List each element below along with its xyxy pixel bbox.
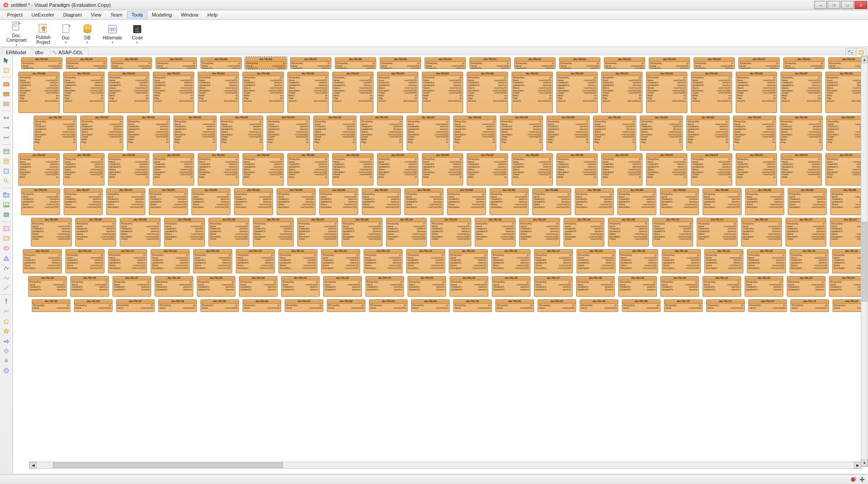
er-entity[interactable]: dbo.TBL136PrimaryKeyintNamenvarchar(50)C… — [70, 276, 109, 297]
er-entity[interactable]: dbo.TBL160PrimaryKeyintNamenvarchar(50) — [243, 299, 281, 312]
er-entity[interactable]: dbo.TBL111PrimaryKeyintNamenvarchar(50)C… — [697, 218, 738, 246]
er-entity[interactable]: dbo.TBL082PrimaryKeyintNamenvarchar(50)C… — [277, 188, 316, 215]
er-entity[interactable]: dbo.TBL001PrimaryKeyintNamenvarchar(50)C… — [21, 57, 62, 69]
freehand-tool[interactable] — [2, 274, 10, 282]
er-entity[interactable]: dbo.TBL101PrimaryKeyintNamenvarchar(50)C… — [253, 218, 294, 246]
er-entity[interactable]: dbo.TBL099PrimaryKeyintNamenvarchar(50)C… — [164, 218, 205, 246]
er-entity[interactable]: dbo.TBL054PrimaryKeyintNamenvarchar(50)C… — [733, 116, 776, 151]
er-entity[interactable]: dbo.TBL085PrimaryKeyintNamenvarchar(50)C… — [404, 188, 443, 215]
er-entity[interactable]: dbo.TBL036PrimaryKeyintNamenvarchar(50)C… — [736, 72, 777, 113]
er-entity[interactable]: dbo.TBL070PrimaryKeyintNamenvarchar(50)C… — [601, 153, 642, 186]
er-entity[interactable]: dbo.TBL081PrimaryKeyintNamenvarchar(50)C… — [234, 188, 273, 215]
er-entity[interactable]: dbo.TBL042PrimaryKeyintNamenvarchar(50)C… — [174, 116, 217, 151]
er-entity[interactable]: dbo.TBL059PrimaryKeyintNamenvarchar(50)C… — [108, 153, 149, 186]
er-entity[interactable]: dbo.TBL074PrimaryKeyintNamenvarchar(50)C… — [781, 153, 822, 186]
menu-modeling[interactable]: Modeling — [148, 11, 177, 18]
triangle-tool[interactable] — [2, 254, 10, 262]
er-entity[interactable]: dbo.TBL057PrimaryKeyintNamenvarchar(50)C… — [18, 153, 60, 186]
er-entity[interactable]: dbo.TBL158PrimaryKeyintNamenvarchar(50) — [158, 299, 197, 312]
er-entity[interactable]: dbo.TBL117PrimaryKeyintNamenvarchar(50)C… — [108, 249, 147, 273]
er-entity[interactable]: dbo.TBL162PrimaryKeyintNamenvarchar(50) — [327, 299, 365, 312]
er-entity[interactable]: dbo.TBL151PrimaryKeyintNamenvarchar(50)C… — [703, 276, 741, 297]
er-entity[interactable]: dbo.TBL093PrimaryKeyintNamenvarchar(50)C… — [745, 188, 784, 215]
er-entity[interactable]: dbo.TBL020PrimaryKeyintNamenvarchar(50)C… — [18, 72, 60, 113]
er-entity[interactable]: dbo.TBL170PrimaryKeyintNamenvarchar(50) — [664, 299, 703, 312]
er-entity[interactable]: dbo.TBL066PrimaryKeyintNamenvarchar(50)C… — [422, 153, 463, 186]
scroll-left-arrow[interactable]: ◀ — [30, 462, 37, 468]
er-entity[interactable]: dbo.TBL008PrimaryKeyintNamenvarchar(50)C… — [335, 57, 376, 69]
er-entity[interactable]: dbo.TBL143PrimaryKeyintNamenvarchar(50)C… — [365, 276, 404, 297]
weak-entity-tool[interactable] — [2, 100, 10, 108]
er-entity[interactable]: dbo.TBL016PrimaryKeyintNamenvarchar(50)C… — [694, 57, 735, 69]
round-tool[interactable] — [2, 367, 10, 375]
entity-tool[interactable] — [2, 80, 10, 88]
er-entity[interactable]: dbo.TBL091PrimaryKeyintNamenvarchar(50)C… — [660, 188, 699, 215]
er-entity[interactable]: dbo.TBL173PrimaryKeyintNamenvarchar(50) — [790, 299, 829, 312]
er-entity[interactable]: dbo.TBL102PrimaryKeyintNamenvarchar(50)C… — [297, 218, 338, 246]
er-entity[interactable]: dbo.TBL104PrimaryKeyintNamenvarchar(50)C… — [386, 218, 427, 246]
er-entity[interactable]: dbo.TBL041PrimaryKeyintNamenvarchar(50)C… — [127, 116, 170, 151]
key-tool[interactable] — [2, 177, 10, 185]
menu-window[interactable]: Window — [176, 11, 203, 18]
menu-view[interactable]: View — [87, 11, 106, 18]
er-entity[interactable]: dbo.TBL141PrimaryKeyintNamenvarchar(50)C… — [281, 276, 320, 297]
er-entity[interactable]: dbo.TBL100PrimaryKeyintNamenvarchar(50)C… — [208, 218, 249, 246]
er-entity[interactable]: dbo.TBL119PrimaryKeyintNamenvarchar(50)C… — [193, 249, 232, 273]
er-entity[interactable]: dbo.TBL165PrimaryKeyintNamenvarchar(50) — [453, 299, 492, 312]
er-entity[interactable]: dbo.TBL146PrimaryKeyintNamenvarchar(50)C… — [492, 276, 530, 297]
er-entity[interactable]: dbo.TBL124PrimaryKeyintNamenvarchar(50)C… — [406, 249, 445, 273]
er-entity[interactable]: dbo.TBL149PrimaryKeyintNamenvarchar(50)C… — [618, 276, 657, 297]
er-entity[interactable]: dbo.TBL029PrimaryKeyintNamenvarchar(50)C… — [422, 72, 463, 113]
er-entity[interactable]: dbo.TBL061PrimaryKeyintNamenvarchar(50)C… — [198, 153, 239, 186]
er-entity[interactable]: dbo.TBL011PrimaryKeyintNamenvarchar(50)C… — [469, 57, 511, 69]
er-entity[interactable]: dbo.TBL037PrimaryKeyintNamenvarchar(50)C… — [781, 72, 822, 113]
er-entity[interactable]: dbo.TBL003PrimaryKeyintNamenvarchar(50)C… — [111, 57, 152, 69]
er-entity[interactable]: dbo.TBL113PrimaryKeyintNamenvarchar(50)C… — [786, 218, 826, 246]
er-entity[interactable]: dbo.TBL090PrimaryKeyintNamenvarchar(50)C… — [617, 188, 656, 215]
er-entity[interactable]: dbo.TBL051PrimaryKeyintNamenvarchar(50)C… — [593, 116, 636, 151]
ribbon-doc[interactable]: Doc▾ — [58, 22, 74, 46]
ribbon-doc-composer[interactable]: Doc.Composer▾ — [4, 20, 29, 48]
one-to-many-rel-tool[interactable] — [2, 124, 10, 132]
ribbon-db[interactable]: DB▾ — [79, 22, 95, 46]
one-to-one-rel-tool[interactable] — [2, 114, 10, 122]
er-entity[interactable]: dbo.TBL130PrimaryKeyintNamenvarchar(50)C… — [662, 249, 701, 273]
er-entity[interactable]: dbo.TBL120PrimaryKeyintNamenvarchar(50)C… — [236, 249, 275, 273]
er-entity[interactable]: dbo.TBL092PrimaryKeyintNamenvarchar(50)C… — [703, 188, 742, 215]
er-entity[interactable]: dbo.TBL062PrimaryKeyintNamenvarchar(50)C… — [243, 153, 284, 186]
er-entity[interactable]: dbo.TBL068PrimaryKeyintNamenvarchar(50)C… — [512, 153, 553, 186]
er-entity[interactable]: dbo.TBL089PrimaryKeyintNamenvarchar(50)C… — [575, 188, 614, 215]
er-entity[interactable]: dbo.TBL073PrimaryKeyintNamenvarchar(50)C… — [736, 153, 777, 186]
er-entity[interactable]: dbo.TBL026PrimaryKeyintNamenvarchar(50)C… — [287, 72, 329, 113]
er-entity[interactable]: dbo.TBL164PrimaryKeyintNamenvarchar(50) — [411, 299, 450, 312]
er-entity[interactable]: dbo.TBL087PrimaryKeyintNamenvarchar(50)C… — [490, 188, 529, 215]
er-entity[interactable]: dbo.TBL071PrimaryKeyintNamenvarchar(50)C… — [646, 153, 687, 186]
er-entity[interactable]: dbo.TBL015PrimaryKeyintNamenvarchar(50)C… — [649, 57, 690, 69]
er-entity[interactable]: dbo.TBL103PrimaryKeyintNamenvarchar(50)C… — [342, 218, 382, 246]
er-entity[interactable]: dbo.TBL088PrimaryKeyintNamenvarchar(50)C… — [532, 188, 571, 215]
er-entity[interactable]: dbo.TBL107PrimaryKeyintNamenvarchar(50)C… — [519, 218, 560, 246]
vertical-scrollbar[interactable]: ▲ ▼ — [861, 56, 868, 467]
er-entity[interactable]: dbo.TBL168PrimaryKeyintNamenvarchar(50) — [580, 299, 618, 312]
er-entity[interactable]: dbo.TBL142PrimaryKeyintNamenvarchar(50)C… — [323, 276, 362, 297]
menu-ueexceler[interactable]: UeExceler — [27, 11, 59, 18]
er-entity[interactable]: dbo.TBL137PrimaryKeyintNamenvarchar(50)C… — [113, 276, 151, 297]
er-entity[interactable]: dbo.TBL132PrimaryKeyintNamenvarchar(50)C… — [747, 249, 786, 273]
er-entity[interactable]: dbo.TBL167PrimaryKeyintNamenvarchar(50) — [538, 299, 576, 312]
note-tool[interactable] — [2, 66, 10, 74]
notification-icon[interactable] — [850, 476, 856, 483]
vscroll-thumb[interactable] — [862, 222, 867, 302]
er-entity[interactable]: dbo.TBL033PrimaryKeyintNamenvarchar(50)C… — [601, 72, 642, 113]
er-entity[interactable]: dbo.TBL043PrimaryKeyintNamenvarchar(50)C… — [220, 116, 263, 151]
er-entity[interactable]: dbo.TBL145PrimaryKeyintNamenvarchar(50)C… — [450, 276, 488, 297]
er-entity[interactable]: dbo.TBL147PrimaryKeyintNamenvarchar(50)C… — [534, 276, 573, 297]
arrow-tool[interactable] — [2, 337, 10, 345]
er-entity[interactable]: dbo.TBL110PrimaryKeyintNamenvarchar(50)C… — [652, 218, 693, 246]
horizontal-scrollbar[interactable]: ◀ ▶ — [29, 462, 862, 469]
image-tool[interactable] — [2, 201, 10, 209]
er-entity[interactable]: dbo.TBL148PrimaryKeyintNamenvarchar(50)C… — [576, 276, 615, 297]
er-entity[interactable]: dbo.TBL171PrimaryKeyintNamenvarchar(50) — [706, 299, 745, 312]
er-entity[interactable]: dbo.TBL105PrimaryKeyintNamenvarchar(50)C… — [430, 218, 471, 246]
cursor-tool[interactable] — [2, 56, 10, 65]
er-entity[interactable]: dbo.TBL048PrimaryKeyintNamenvarchar(50)C… — [453, 116, 496, 151]
